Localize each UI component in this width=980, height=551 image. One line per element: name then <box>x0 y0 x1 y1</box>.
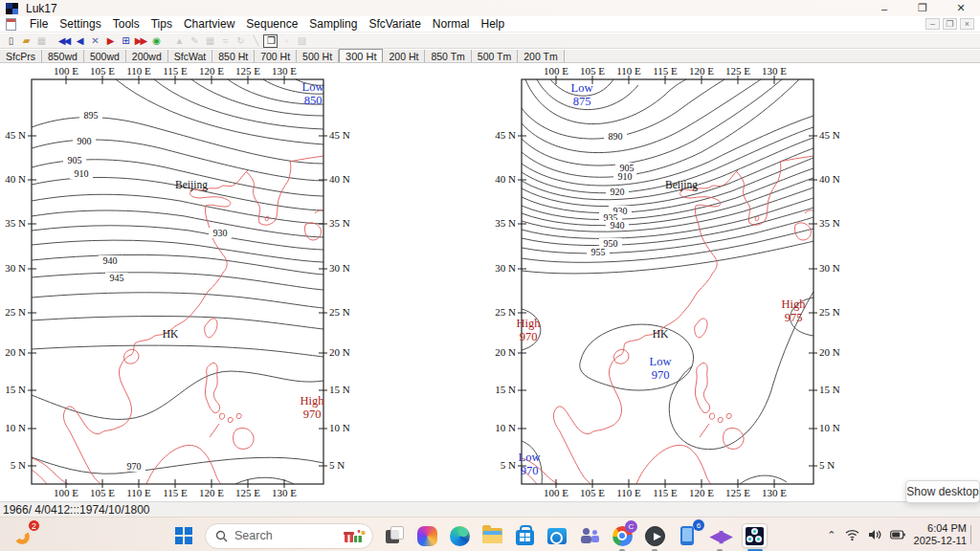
microsoft-store-button[interactable] <box>513 524 536 547</box>
lat-label: 45 N <box>483 129 516 141</box>
draw-pen-button: ✎ <box>187 34 201 48</box>
menu-sequence[interactable]: Sequence <box>240 17 303 31</box>
volume-icon[interactable] <box>868 529 881 540</box>
tab-500ht[interactable]: 500 Ht <box>297 50 339 62</box>
chrome-button[interactable]: C <box>611 524 634 547</box>
tab-500wd[interactable]: 500wd <box>84 50 126 62</box>
contour-label: 900 <box>73 136 96 146</box>
mdi-minimize-button[interactable]: – <box>925 18 940 30</box>
lat-label: 15 N <box>483 384 516 395</box>
start-button[interactable] <box>172 524 195 547</box>
lon-label: 115 E <box>648 487 682 498</box>
lat-label: 30 N <box>0 262 26 274</box>
mdi-restore-button[interactable]: ❐ <box>943 18 957 30</box>
tab-850tm[interactable]: 850 Tm <box>425 50 471 62</box>
contour-label: 910 <box>70 168 93 179</box>
rewind-button[interactable]: ◀◀ <box>56 34 71 48</box>
lon-label: 115 E <box>648 65 682 77</box>
tab-sfcprs[interactable]: SfcPrs <box>0 50 42 62</box>
lat-label: 10 N <box>819 422 852 433</box>
close-button[interactable]: ✕ <box>942 0 980 16</box>
lon-label: 100 E <box>49 487 83 498</box>
pressure-center-value: 970 <box>508 464 550 478</box>
phone-link-button[interactable]: 6 <box>676 524 699 547</box>
menu-sampling[interactable]: Sampling <box>303 17 363 31</box>
edge-button[interactable] <box>448 524 471 547</box>
tab-700ht[interactable]: 700 Ht <box>255 50 297 62</box>
document-icon <box>6 18 16 31</box>
tab-200tm[interactable]: 200 Tm <box>518 50 564 62</box>
menu-tips[interactable]: Tips <box>145 17 178 31</box>
outlook-button[interactable] <box>546 524 568 547</box>
task-view-button[interactable] <box>383 524 406 547</box>
cancel-button[interactable]: ✕ <box>87 34 101 48</box>
lat-label: 45 N <box>329 129 362 141</box>
luk17-app-button[interactable] <box>741 524 768 547</box>
menu-file[interactable]: File <box>24 17 54 31</box>
mdi-close-button[interactable]: × <box>960 18 974 30</box>
open-file-button[interactable]: ▰ <box>18 34 33 48</box>
search-icon <box>215 530 228 542</box>
pressure-center-label: High <box>507 317 549 331</box>
menu-settings[interactable]: Settings <box>54 17 106 31</box>
show-desktop-edge[interactable] <box>970 525 971 544</box>
restore-button[interactable]: ❐ <box>903 0 942 16</box>
folder-icon <box>482 528 502 543</box>
search-box[interactable]: Search <box>205 523 373 549</box>
teams-button[interactable] <box>578 524 601 547</box>
tab-200ht[interactable]: 200 Ht <box>383 50 425 62</box>
orange-app-icon <box>13 528 32 546</box>
minimize-button[interactable]: – <box>865 0 903 16</box>
menu-chartview[interactable]: Chartview <box>178 17 240 31</box>
tray-chevron-icon[interactable]: ⌃ <box>827 529 835 541</box>
lat-label: 45 N <box>0 129 26 141</box>
taskbar-notification-app[interactable]: 2 <box>13 523 38 548</box>
menu-help[interactable]: Help <box>476 17 511 31</box>
window-tile-button[interactable]: ❐ <box>263 34 278 48</box>
wifi-icon[interactable] <box>845 529 859 540</box>
lat-label: 25 N <box>819 306 852 318</box>
tab-sfcwat[interactable]: SfcWat <box>168 50 212 62</box>
lat-label: 40 N <box>819 173 852 185</box>
pressure-center-value: 970 <box>639 368 681 383</box>
lon-label: 115 E <box>158 487 192 498</box>
lon-label: 110 E <box>122 65 156 77</box>
refresh-globe-button[interactable]: ◉ <box>148 34 163 48</box>
pressure-center-label: High <box>291 394 333 408</box>
menu-sfcvariate[interactable]: SfcVariate <box>363 17 426 31</box>
tab-200wd[interactable]: 200wd <box>126 50 168 62</box>
lon-label: 100 E <box>539 487 573 498</box>
file-explorer-button[interactable] <box>480 524 503 547</box>
tab-300ht[interactable]: 300 Ht <box>339 49 383 62</box>
lon-label: 120 E <box>194 487 229 498</box>
teams-icon <box>579 527 600 544</box>
new-file-button[interactable]: ▯ <box>3 34 17 48</box>
city-label: Beijing <box>657 179 705 190</box>
luk17-app-icon <box>742 523 768 548</box>
battery-icon[interactable] <box>890 530 905 540</box>
visual-studio-button[interactable]: ◀▶ <box>708 524 731 547</box>
rotate-button: ↻ <box>233 34 247 48</box>
lat-label: 35 N <box>819 217 852 229</box>
pressure-center-value: 970 <box>291 408 333 422</box>
tab-850ht[interactable]: 850 Ht <box>212 50 255 62</box>
tray-time: 6:04 PM <box>914 522 967 535</box>
visual-studio-icon: ◀▶ <box>710 526 729 546</box>
play-forward-button[interactable]: ▶ <box>102 34 117 48</box>
tab-850wd[interactable]: 850wd <box>42 50 84 62</box>
lat-label: 15 N <box>819 384 852 395</box>
tab-500tm[interactable]: 500 Tm <box>472 50 518 62</box>
menu-normal[interactable]: Normal <box>427 17 476 31</box>
pressure-center-label: Low <box>292 80 334 95</box>
lon-label: 115 E <box>158 65 192 77</box>
zoom-box-button[interactable]: ⊞ <box>118 34 132 48</box>
menu-tools[interactable]: Tools <box>107 17 145 31</box>
fast-forward-button[interactable]: ▶▶ <box>133 34 147 48</box>
toolbar: ▯▰▦◀◀◀✕▶⊞▶▶◉▲✎▦≈↻╲❐▫▨ <box>0 33 980 49</box>
copilot-button[interactable] <box>415 524 438 547</box>
media-player-button[interactable] <box>643 524 666 547</box>
contour-label: 920 <box>606 187 629 197</box>
taskbar-clock[interactable]: 6:04 PM 2025-12-11 <box>914 522 967 547</box>
map-right-plot <box>517 75 818 489</box>
step-back-button[interactable]: ◀ <box>72 34 86 48</box>
